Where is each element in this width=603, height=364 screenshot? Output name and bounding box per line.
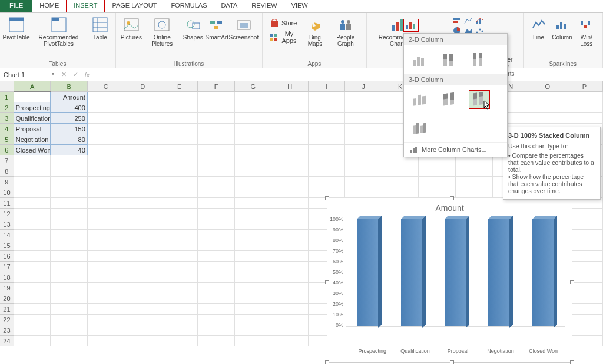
cell-A18[interactable]: [14, 272, 51, 283]
cell-B2[interactable]: 400: [51, 102, 88, 113]
cell-B11[interactable]: [51, 198, 88, 209]
cell-B3[interactable]: 250: [51, 113, 88, 124]
cell-C2[interactable]: [88, 102, 125, 113]
row-16[interactable]: 16: [0, 251, 14, 262]
cell-H3[interactable]: [271, 113, 309, 124]
col-J[interactable]: J: [345, 81, 382, 92]
cell-E24[interactable]: [161, 336, 198, 346]
cell-G16[interactable]: [235, 251, 272, 262]
cell-G7[interactable]: [235, 155, 272, 166]
cell-F10[interactable]: [198, 187, 235, 198]
cell-A9[interactable]: [14, 177, 51, 187]
cell-E16[interactable]: [161, 251, 198, 262]
cell-G9[interactable]: [235, 177, 272, 187]
cell-F1[interactable]: [198, 92, 235, 102]
col-O[interactable]: O: [529, 81, 566, 92]
cell-E14[interactable]: [161, 230, 198, 240]
cell-B5[interactable]: 80: [51, 134, 88, 145]
tab-pagelayout[interactable]: PAGE LAYOUT: [105, 0, 164, 12]
cell-E2[interactable]: [161, 102, 198, 113]
cell-A5[interactable]: Negotiation: [14, 134, 51, 145]
cell-J9[interactable]: [345, 177, 382, 187]
cell-D2[interactable]: [124, 102, 161, 113]
cell-D24[interactable]: [124, 336, 161, 346]
cell-G10[interactable]: [235, 187, 272, 198]
cell-F9[interactable]: [198, 177, 235, 187]
cell-H22[interactable]: [271, 315, 309, 325]
cell-C4[interactable]: [88, 124, 125, 134]
cell-C1[interactable]: [88, 92, 125, 102]
cell-C13[interactable]: [88, 219, 125, 230]
cell-E10[interactable]: [161, 187, 198, 198]
col-B[interactable]: B: [51, 81, 88, 92]
row-15[interactable]: 15: [0, 240, 14, 251]
cell-D16[interactable]: [124, 251, 161, 262]
col-G[interactable]: G: [235, 81, 272, 92]
cell-H10[interactable]: [271, 187, 309, 198]
cell-H12[interactable]: [271, 209, 309, 219]
cell-B4[interactable]: 150: [51, 124, 88, 134]
cell-F21[interactable]: [198, 304, 235, 315]
cell-C5[interactable]: [88, 134, 125, 145]
row-21[interactable]: 21: [0, 304, 14, 315]
row-17[interactable]: 17: [0, 262, 14, 272]
cell-I2[interactable]: [309, 102, 346, 113]
cell-C15[interactable]: [88, 240, 125, 251]
cell-G17[interactable]: [235, 262, 272, 272]
cell-G5[interactable]: [235, 134, 272, 145]
cell-E19[interactable]: [161, 283, 198, 293]
cell-G18[interactable]: [235, 272, 272, 283]
cell-B1[interactable]: Amount: [51, 92, 88, 102]
cell-C24[interactable]: [88, 336, 125, 346]
cell-D4[interactable]: [124, 124, 161, 134]
cell-A17[interactable]: [14, 262, 51, 272]
2d-stacked-column[interactable]: [439, 50, 460, 69]
cell-B20[interactable]: [51, 293, 88, 304]
cell-D18[interactable]: [124, 272, 161, 283]
cell-A12[interactable]: [14, 209, 51, 219]
cell-A13[interactable]: [14, 219, 51, 230]
cell-G15[interactable]: [235, 240, 272, 251]
cell-E23[interactable]: [161, 325, 198, 336]
cell-A19[interactable]: [14, 283, 51, 293]
cell-B12[interactable]: [51, 209, 88, 219]
cell-C7[interactable]: [88, 155, 125, 166]
cell-D3[interactable]: [124, 113, 161, 124]
cell-F18[interactable]: [198, 272, 235, 283]
fx-icon[interactable]: fx: [81, 71, 93, 78]
fx-confirm-icon[interactable]: ✓: [69, 71, 81, 78]
cell-H11[interactable]: [271, 198, 309, 209]
row-10[interactable]: 10: [0, 187, 14, 198]
cell-K10[interactable]: [382, 187, 419, 198]
chart-plot-area[interactable]: 100%90%80%70%60%50%40%30%20%10%0%: [327, 215, 572, 345]
cell-H24[interactable]: [271, 336, 309, 346]
cell-G14[interactable]: [235, 230, 272, 240]
cell-F17[interactable]: [198, 262, 235, 272]
cell-A22[interactable]: [14, 315, 51, 325]
cell-P2[interactable]: [566, 102, 603, 113]
row-13[interactable]: 13: [0, 219, 14, 230]
cell-G24[interactable]: [235, 336, 272, 346]
pictures-button[interactable]: Pictures: [120, 14, 143, 48]
name-box[interactable]: Chart 1: [1, 70, 57, 80]
cell-J2[interactable]: [345, 102, 382, 113]
row-14[interactable]: 14: [0, 230, 14, 240]
cell-C22[interactable]: [88, 315, 125, 325]
cell-E12[interactable]: [161, 209, 198, 219]
cell-D6[interactable]: [124, 145, 161, 155]
cell-C16[interactable]: [88, 251, 125, 262]
cell-H9[interactable]: [271, 177, 309, 187]
cell-B21[interactable]: [51, 304, 88, 315]
cell-I9[interactable]: [309, 177, 346, 187]
cell-G19[interactable]: [235, 283, 272, 293]
cell-B18[interactable]: [51, 272, 88, 283]
cell-H14[interactable]: [271, 230, 309, 240]
cell-H2[interactable]: [271, 102, 309, 113]
cell-B19[interactable]: [51, 283, 88, 293]
cell-F24[interactable]: [198, 336, 235, 346]
smartart-button[interactable]: SmartArt: [205, 14, 229, 48]
pivottable-button[interactable]: PivotTable: [4, 14, 29, 48]
cell-E21[interactable]: [161, 304, 198, 315]
select-all-cell[interactable]: [0, 81, 14, 92]
row-18[interactable]: 18: [0, 272, 14, 283]
